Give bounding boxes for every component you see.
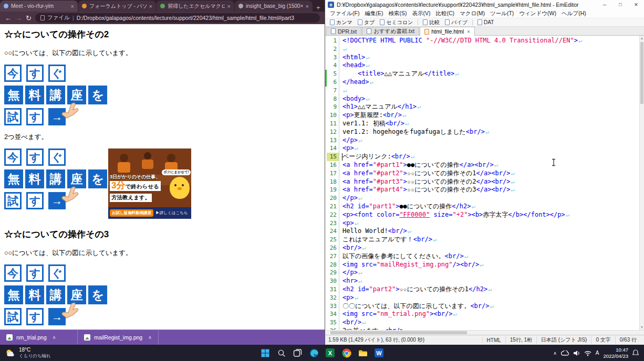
- line-number[interactable]: 34: [327, 310, 339, 318]
- menu-item[interactable]: ファイル(F): [327, 10, 362, 17]
- hidden-icons-chevron-icon[interactable]: ∧: [553, 351, 557, 356]
- line-number[interactable]: 26: [327, 244, 339, 252]
- close-button[interactable]: ✕: [628, 0, 644, 9]
- code-text[interactable]: <h2 id="part1">●●についての操作</h2>↵: [342, 203, 475, 211]
- status-line-ratio[interactable]: 0/63 行: [615, 336, 641, 344]
- code-text[interactable]: 以下の画像を参考にしてください。<br/>↵: [342, 252, 468, 261]
- line-number[interactable]: 30: [327, 277, 339, 285]
- line-number[interactable]: 31: [327, 285, 339, 294]
- code-text[interactable]: これはマニュアルです！<br/>↵: [342, 236, 437, 244]
- chevron-up-icon[interactable]: ∧: [53, 335, 56, 340]
- new-tab-button[interactable]: +: [313, 4, 324, 12]
- line-number[interactable]: 13: [327, 136, 339, 145]
- code-text[interactable]: ↵: [342, 87, 347, 95]
- toolbar-button[interactable]: DAT: [475, 19, 496, 26]
- tab-close-icon[interactable]: ×: [71, 3, 74, 9]
- line-number[interactable]: 5: [327, 70, 339, 78]
- code-text[interactable]: ver1.1: 初稿<br/>↵: [342, 120, 409, 128]
- file-explorer-icon[interactable]: [356, 346, 369, 359]
- menu-item[interactable]: マクロ(M): [457, 10, 487, 17]
- speaker-icon[interactable]: [573, 350, 580, 356]
- menu-item[interactable]: 編集(E): [362, 10, 386, 17]
- code-text[interactable]: <h2 id="part2">☆☆についての操作その1</h2>↵: [342, 285, 492, 294]
- code-text[interactable]: </head>↵: [342, 78, 373, 87]
- code-text[interactable]: <hr>↵: [342, 277, 362, 285]
- browser-tab[interactable]: フォーラムトップ - パソコン仕事 5 倍...×: [78, 1, 156, 12]
- reload-button[interactable]: ↻: [26, 15, 32, 22]
- code-text[interactable]: <html>↵: [342, 54, 370, 62]
- toolbar-button[interactable]: 比較: [421, 18, 442, 27]
- scrollbar-thumb[interactable]: [330, 331, 467, 334]
- browser-tab[interactable]: Meet - vio-rfur-yim×: [0, 1, 78, 12]
- line-number[interactable]: 4: [327, 61, 339, 70]
- editor-tab[interactable]: おすすめ書籍.txt: [362, 27, 419, 35]
- line-number[interactable]: 21: [327, 203, 339, 211]
- code-text[interactable]: <p>↵: [342, 144, 358, 153]
- tab-close-icon[interactable]: ×: [227, 3, 231, 9]
- code-text[interactable]: <p>↵: [342, 219, 358, 228]
- code-text[interactable]: 〇〇については、以下の図に示しています。<br/>↵: [342, 302, 494, 311]
- line-number[interactable]: 12: [327, 128, 339, 136]
- line-number[interactable]: 10: [327, 111, 339, 120]
- line-number[interactable]: 14: [327, 144, 339, 153]
- tab-close-icon[interactable]: ×: [306, 3, 309, 9]
- line-number[interactable]: 32: [327, 294, 339, 302]
- code-text[interactable]: <img src="nm_trial.png"><br/>↵: [342, 310, 457, 318]
- editor-horizontal-scrollbar[interactable]: [325, 330, 644, 335]
- code-text[interactable]: <p>更新履歴:<br/>↵: [342, 111, 406, 120]
- onedrive-cloud-icon[interactable]: [561, 351, 569, 356]
- chevron-up-icon[interactable]: ∧: [148, 335, 152, 340]
- browser-tab[interactable]: insight_base_big (1500×550)×: [235, 1, 313, 12]
- download-item[interactable]: nm_trial.png∧: [0, 330, 78, 345]
- task-view-icon[interactable]: [291, 346, 304, 359]
- line-number[interactable]: 19: [327, 186, 339, 194]
- start-icon[interactable]: [258, 346, 272, 359]
- browser-tab[interactable]: 習得したエクセルマクロを使いこな...×: [157, 1, 234, 12]
- editor-vertical-scrollbar[interactable]: [639, 36, 644, 330]
- code-text[interactable]: <h1>△△マニュアル</h1>↵: [342, 103, 421, 111]
- line-number[interactable]: 23: [327, 219, 339, 228]
- menu-item[interactable]: ヘルプ(H): [559, 10, 589, 17]
- code-text[interactable]: Hello World!<br/>↵: [342, 227, 411, 236]
- toolbar-button[interactable]: カンマ: [328, 18, 355, 27]
- tab-close-icon[interactable]: ×: [467, 29, 470, 35]
- line-number[interactable]: 18: [327, 178, 339, 186]
- code-text[interactable]: <img src="mailRegist_img.png"/><br/>↵: [342, 261, 483, 269]
- scrollbar-thumb[interactable]: [640, 42, 643, 104]
- status-caret-position[interactable]: 15行, 1桁: [505, 336, 536, 344]
- line-number[interactable]: 9: [327, 103, 339, 111]
- code-text[interactable]: <p><font color="FF0000" size="+2"><b>赤字太…: [342, 211, 569, 219]
- tab-close-icon[interactable]: ×: [149, 3, 152, 9]
- taskbar-clock[interactable]: 10:47 2022/04/23: [603, 347, 628, 359]
- menu-item[interactable]: 検索(S): [386, 10, 409, 17]
- line-number[interactable]: 11: [327, 120, 339, 128]
- editor-tab[interactable]: html_file.html×: [420, 27, 475, 36]
- line-number[interactable]: 22: [327, 211, 339, 219]
- status-selection-count[interactable]: 0 文字: [591, 336, 615, 344]
- line-number[interactable]: 29: [327, 269, 339, 277]
- maximize-button[interactable]: □: [612, 0, 628, 9]
- editor-tab[interactable]: DPR.txt: [326, 27, 361, 35]
- code-text[interactable]: <title>△△マニュアル</title>↵: [342, 70, 459, 78]
- code-text[interactable]: <a href="#part1">●●についての操作</a><br/>↵: [342, 161, 498, 169]
- line-number[interactable]: 17: [327, 169, 339, 178]
- forward-button[interactable]: →: [15, 15, 22, 22]
- excel-icon[interactable]: X: [324, 346, 337, 359]
- code-text[interactable]: <head>↵: [342, 61, 370, 70]
- code-text[interactable]: ページ内リンク:<br/>↵: [342, 153, 414, 161]
- code-text[interactable]: ↵: [342, 45, 347, 54]
- search-icon[interactable]: [275, 346, 288, 359]
- line-number[interactable]: 1: [327, 37, 339, 45]
- code-text[interactable]: <a href="#part2">☆☆についての操作その1</a><br/>↵: [342, 169, 515, 178]
- line-number[interactable]: 25: [327, 236, 339, 244]
- toolbar-button[interactable]: タブ: [356, 18, 377, 27]
- code-text[interactable]: </p>↵: [342, 269, 362, 277]
- status-syntax-mode[interactable]: HTML: [482, 337, 505, 343]
- menu-item[interactable]: 表示(V): [409, 10, 433, 17]
- menu-item[interactable]: ウィンドウ(W): [516, 10, 559, 17]
- weather-widget[interactable]: 18°C くもりのち晴れ: [0, 347, 56, 358]
- line-number[interactable]: 2: [327, 45, 339, 54]
- back-button[interactable]: ←: [5, 15, 12, 22]
- minimize-button[interactable]: ─: [597, 0, 612, 9]
- toolbar-button[interactable]: パイプ: [443, 18, 470, 27]
